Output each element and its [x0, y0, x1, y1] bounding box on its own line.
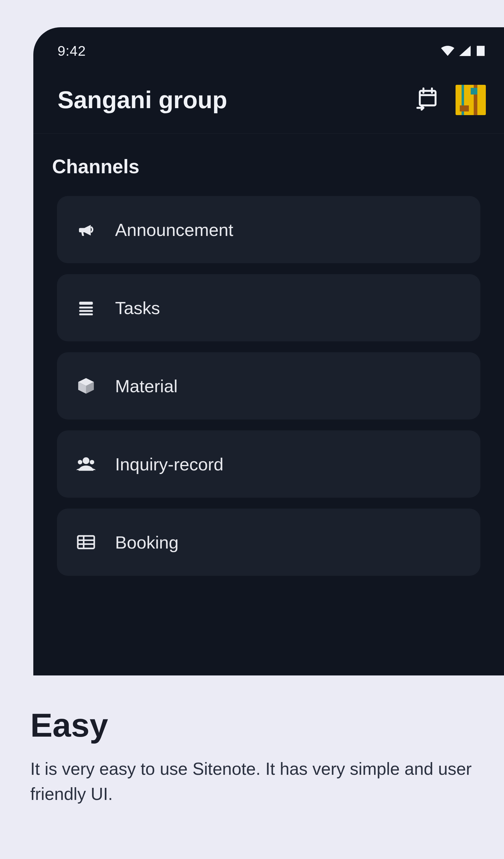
svg-rect-1 [420, 91, 436, 105]
svg-rect-12 [78, 536, 94, 548]
channel-tasks[interactable]: Tasks [57, 274, 480, 341]
calendar-import-icon [416, 87, 438, 113]
svg-rect-5 [79, 302, 93, 305]
channel-label: Announcement [115, 220, 233, 240]
channel-label: Booking [115, 532, 179, 553]
channel-announcement[interactable]: Announcement [57, 196, 480, 263]
svg-rect-0 [477, 46, 485, 56]
svg-point-9 [83, 457, 89, 464]
users-icon [75, 455, 97, 473]
status-indicators [441, 46, 485, 56]
list-icon [75, 299, 97, 317]
table-icon [75, 534, 97, 550]
cellular-icon [459, 46, 471, 56]
feature-caption: Easy It is very easy to use Sitenote. It… [0, 676, 504, 806]
svg-rect-8 [79, 314, 93, 315]
channels-section: Channels Announcement [33, 134, 504, 588]
channel-inquiry-record[interactable]: Inquiry-record [57, 431, 480, 498]
status-bar: 9:42 [33, 27, 504, 66]
page-title: Sangani group [58, 86, 227, 114]
svg-rect-7 [79, 310, 93, 312]
caption-body: It is very easy to use Sitenote. It has … [30, 756, 474, 806]
cube-icon [75, 376, 97, 395]
app-header: Sangani group [33, 66, 504, 134]
caption-heading: Easy [30, 706, 474, 744]
channel-booking[interactable]: Booking [57, 509, 480, 576]
battery-icon [477, 46, 485, 56]
bullhorn-icon [75, 220, 97, 239]
channel-label: Inquiry-record [115, 454, 224, 474]
section-title: Channels [49, 155, 488, 178]
channel-material[interactable]: Material [57, 352, 480, 420]
calendar-import-button[interactable] [415, 88, 439, 112]
header-actions [415, 85, 486, 115]
wifi-icon [441, 46, 454, 56]
channel-label: Tasks [115, 298, 160, 318]
svg-rect-6 [79, 306, 93, 308]
app-screen: 9:42 Sangani group [33, 27, 504, 676]
channel-list: Announcement Tasks [49, 196, 488, 588]
status-time: 9:42 [58, 43, 86, 59]
svg-point-10 [78, 460, 82, 464]
avatar[interactable] [456, 85, 486, 115]
channel-label: Material [115, 376, 178, 396]
svg-point-11 [90, 460, 94, 464]
